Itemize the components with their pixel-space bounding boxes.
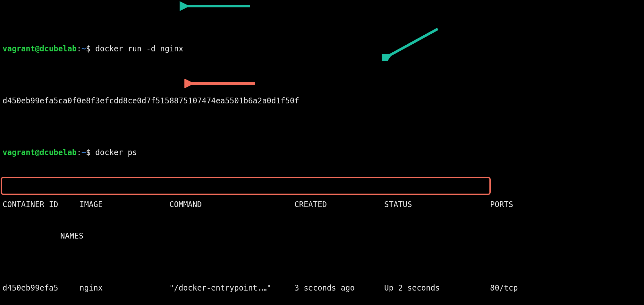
command-run-nginx: docker run -d nginx [95,44,183,53]
container-hash-nginx: d450eb99efa5ca0f0e8f3efcdd8ce0d7f5158875… [3,96,641,106]
col-ports: PORTS [490,199,513,210]
col-names: NAMES [60,231,83,241]
cell-command: "/docker-entrypoint.…" [169,283,294,293]
cell-status: Up 2 seconds [384,283,490,293]
col-command: COMMAND [169,199,294,210]
prompt-host: dcubelab [40,44,77,53]
col-created: CREATED [294,199,384,210]
ps-header: CONTAINER IDIMAGECOMMANDCREATEDSTATUSPOR… [3,199,641,210]
cell-image: nginx [80,283,169,293]
prompt-path: ~ [81,44,86,53]
cell-created: 3 seconds ago [294,283,384,293]
prompt-line: vagrant@dcubelab:~$ docker run -d nginx [3,44,641,54]
ps-header-wrap: NAMES [3,231,641,241]
command-docker-ps: docker ps [95,148,137,157]
col-image: IMAGE [80,199,169,210]
col-container-id: CONTAINER ID [3,199,80,210]
highlight-exited-row [1,177,491,195]
cell-container-id: d450eb99efa5 [3,283,80,293]
prompt-line: vagrant@dcubelab:~$ docker ps [3,147,641,158]
ps-row: d450eb99efa5nginx"/docker-entrypoint.…"3… [3,283,641,293]
col-status: STATUS [384,199,490,210]
terminal[interactable]: vagrant@dcubelab:~$ docker run -d nginx … [0,0,644,305]
arrow-nginx-icon [180,1,253,11]
cell-ports: 80/tcp [490,283,518,293]
prompt-user: vagrant [3,44,35,53]
arrow-ubuntu-icon [184,79,258,88]
